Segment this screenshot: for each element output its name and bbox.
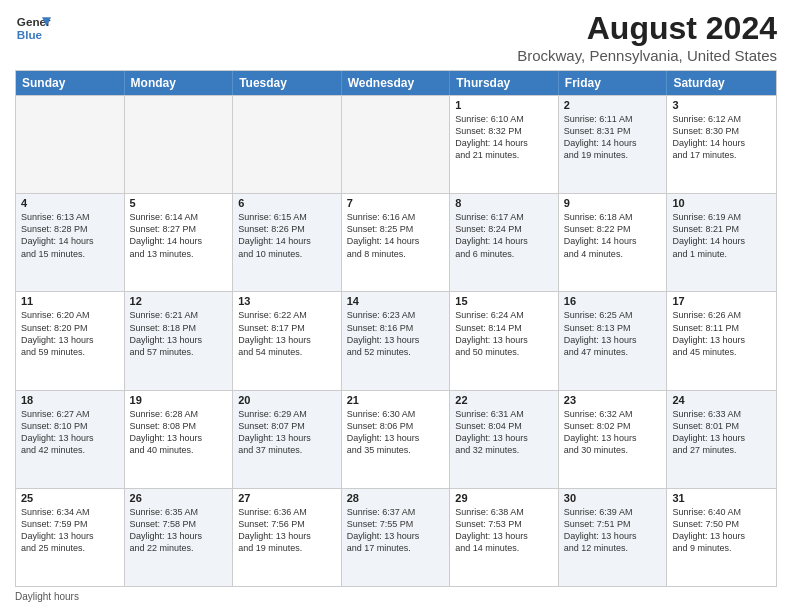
cell-text: Sunrise: 6:20 AM Sunset: 8:20 PM Dayligh… (21, 309, 119, 358)
day-number: 31 (672, 492, 771, 504)
calendar-cell: 29Sunrise: 6:38 AM Sunset: 7:53 PM Dayli… (450, 489, 559, 586)
calendar-cell: 31Sunrise: 6:40 AM Sunset: 7:50 PM Dayli… (667, 489, 776, 586)
cell-text: Sunrise: 6:34 AM Sunset: 7:59 PM Dayligh… (21, 506, 119, 555)
calendar-cell: 8Sunrise: 6:17 AM Sunset: 8:24 PM Daylig… (450, 194, 559, 291)
calendar-cell: 7Sunrise: 6:16 AM Sunset: 8:25 PM Daylig… (342, 194, 451, 291)
cell-text: Sunrise: 6:21 AM Sunset: 8:18 PM Dayligh… (130, 309, 228, 358)
calendar-row: 4Sunrise: 6:13 AM Sunset: 8:28 PM Daylig… (16, 193, 776, 291)
day-number: 20 (238, 394, 336, 406)
calendar-cell: 10Sunrise: 6:19 AM Sunset: 8:21 PM Dayli… (667, 194, 776, 291)
calendar-cell: 3Sunrise: 6:12 AM Sunset: 8:30 PM Daylig… (667, 96, 776, 193)
calendar-cell: 16Sunrise: 6:25 AM Sunset: 8:13 PM Dayli… (559, 292, 668, 389)
day-number: 2 (564, 99, 662, 111)
day-number: 21 (347, 394, 445, 406)
calendar-body: 1Sunrise: 6:10 AM Sunset: 8:32 PM Daylig… (16, 95, 776, 586)
day-number: 13 (238, 295, 336, 307)
calendar-cell: 13Sunrise: 6:22 AM Sunset: 8:17 PM Dayli… (233, 292, 342, 389)
page: General Blue August 2024 Brockway, Penns… (0, 0, 792, 612)
logo: General Blue (15, 10, 51, 46)
calendar-cell (342, 96, 451, 193)
calendar-cell: 6Sunrise: 6:15 AM Sunset: 8:26 PM Daylig… (233, 194, 342, 291)
calendar-cell: 22Sunrise: 6:31 AM Sunset: 8:04 PM Dayli… (450, 391, 559, 488)
cell-text: Sunrise: 6:29 AM Sunset: 8:07 PM Dayligh… (238, 408, 336, 457)
cell-text: Sunrise: 6:37 AM Sunset: 7:55 PM Dayligh… (347, 506, 445, 555)
day-number: 14 (347, 295, 445, 307)
day-number: 12 (130, 295, 228, 307)
calendar-cell: 18Sunrise: 6:27 AM Sunset: 8:10 PM Dayli… (16, 391, 125, 488)
calendar-cell: 4Sunrise: 6:13 AM Sunset: 8:28 PM Daylig… (16, 194, 125, 291)
day-number: 3 (672, 99, 771, 111)
cell-text: Sunrise: 6:39 AM Sunset: 7:51 PM Dayligh… (564, 506, 662, 555)
main-title: August 2024 (517, 10, 777, 47)
day-number: 5 (130, 197, 228, 209)
cell-text: Sunrise: 6:17 AM Sunset: 8:24 PM Dayligh… (455, 211, 553, 260)
day-number: 26 (130, 492, 228, 504)
cell-text: Sunrise: 6:24 AM Sunset: 8:14 PM Dayligh… (455, 309, 553, 358)
calendar-header-cell: Saturday (667, 71, 776, 95)
day-number: 24 (672, 394, 771, 406)
calendar-cell: 5Sunrise: 6:14 AM Sunset: 8:27 PM Daylig… (125, 194, 234, 291)
calendar-cell (125, 96, 234, 193)
calendar-cell: 28Sunrise: 6:37 AM Sunset: 7:55 PM Dayli… (342, 489, 451, 586)
day-number: 9 (564, 197, 662, 209)
calendar-cell: 11Sunrise: 6:20 AM Sunset: 8:20 PM Dayli… (16, 292, 125, 389)
day-number: 27 (238, 492, 336, 504)
calendar-cell: 24Sunrise: 6:33 AM Sunset: 8:01 PM Dayli… (667, 391, 776, 488)
day-number: 18 (21, 394, 119, 406)
logo-icon: General Blue (15, 10, 51, 46)
day-number: 11 (21, 295, 119, 307)
cell-text: Sunrise: 6:15 AM Sunset: 8:26 PM Dayligh… (238, 211, 336, 260)
calendar-cell: 27Sunrise: 6:36 AM Sunset: 7:56 PM Dayli… (233, 489, 342, 586)
calendar-cell: 1Sunrise: 6:10 AM Sunset: 8:32 PM Daylig… (450, 96, 559, 193)
day-number: 16 (564, 295, 662, 307)
calendar-row: 18Sunrise: 6:27 AM Sunset: 8:10 PM Dayli… (16, 390, 776, 488)
day-number: 19 (130, 394, 228, 406)
calendar-header-cell: Friday (559, 71, 668, 95)
calendar-cell: 26Sunrise: 6:35 AM Sunset: 7:58 PM Dayli… (125, 489, 234, 586)
cell-text: Sunrise: 6:33 AM Sunset: 8:01 PM Dayligh… (672, 408, 771, 457)
day-number: 10 (672, 197, 771, 209)
cell-text: Sunrise: 6:35 AM Sunset: 7:58 PM Dayligh… (130, 506, 228, 555)
calendar-cell: 2Sunrise: 6:11 AM Sunset: 8:31 PM Daylig… (559, 96, 668, 193)
cell-text: Sunrise: 6:31 AM Sunset: 8:04 PM Dayligh… (455, 408, 553, 457)
calendar-cell: 21Sunrise: 6:30 AM Sunset: 8:06 PM Dayli… (342, 391, 451, 488)
cell-text: Sunrise: 6:38 AM Sunset: 7:53 PM Dayligh… (455, 506, 553, 555)
calendar-header-cell: Monday (125, 71, 234, 95)
calendar-row: 11Sunrise: 6:20 AM Sunset: 8:20 PM Dayli… (16, 291, 776, 389)
day-number: 25 (21, 492, 119, 504)
cell-text: Sunrise: 6:36 AM Sunset: 7:56 PM Dayligh… (238, 506, 336, 555)
day-number: 30 (564, 492, 662, 504)
day-number: 1 (455, 99, 553, 111)
day-number: 17 (672, 295, 771, 307)
day-number: 7 (347, 197, 445, 209)
subtitle: Brockway, Pennsylvania, United States (517, 47, 777, 64)
svg-text:Blue: Blue (17, 28, 43, 41)
calendar-header-cell: Sunday (16, 71, 125, 95)
calendar-cell (233, 96, 342, 193)
cell-text: Sunrise: 6:10 AM Sunset: 8:32 PM Dayligh… (455, 113, 553, 162)
calendar-cell (16, 96, 125, 193)
calendar-cell: 20Sunrise: 6:29 AM Sunset: 8:07 PM Dayli… (233, 391, 342, 488)
calendar-header-cell: Thursday (450, 71, 559, 95)
header: General Blue August 2024 Brockway, Penns… (15, 10, 777, 64)
calendar-cell: 23Sunrise: 6:32 AM Sunset: 8:02 PM Dayli… (559, 391, 668, 488)
calendar-cell: 30Sunrise: 6:39 AM Sunset: 7:51 PM Dayli… (559, 489, 668, 586)
calendar-cell: 15Sunrise: 6:24 AM Sunset: 8:14 PM Dayli… (450, 292, 559, 389)
cell-text: Sunrise: 6:40 AM Sunset: 7:50 PM Dayligh… (672, 506, 771, 555)
calendar-row: 1Sunrise: 6:10 AM Sunset: 8:32 PM Daylig… (16, 95, 776, 193)
day-number: 8 (455, 197, 553, 209)
calendar-header-cell: Tuesday (233, 71, 342, 95)
cell-text: Sunrise: 6:18 AM Sunset: 8:22 PM Dayligh… (564, 211, 662, 260)
cell-text: Sunrise: 6:13 AM Sunset: 8:28 PM Dayligh… (21, 211, 119, 260)
cell-text: Sunrise: 6:30 AM Sunset: 8:06 PM Dayligh… (347, 408, 445, 457)
day-number: 23 (564, 394, 662, 406)
day-number: 28 (347, 492, 445, 504)
cell-text: Sunrise: 6:27 AM Sunset: 8:10 PM Dayligh… (21, 408, 119, 457)
cell-text: Sunrise: 6:22 AM Sunset: 8:17 PM Dayligh… (238, 309, 336, 358)
calendar-cell: 12Sunrise: 6:21 AM Sunset: 8:18 PM Dayli… (125, 292, 234, 389)
day-number: 6 (238, 197, 336, 209)
cell-text: Sunrise: 6:14 AM Sunset: 8:27 PM Dayligh… (130, 211, 228, 260)
day-number: 15 (455, 295, 553, 307)
day-number: 4 (21, 197, 119, 209)
calendar-cell: 9Sunrise: 6:18 AM Sunset: 8:22 PM Daylig… (559, 194, 668, 291)
